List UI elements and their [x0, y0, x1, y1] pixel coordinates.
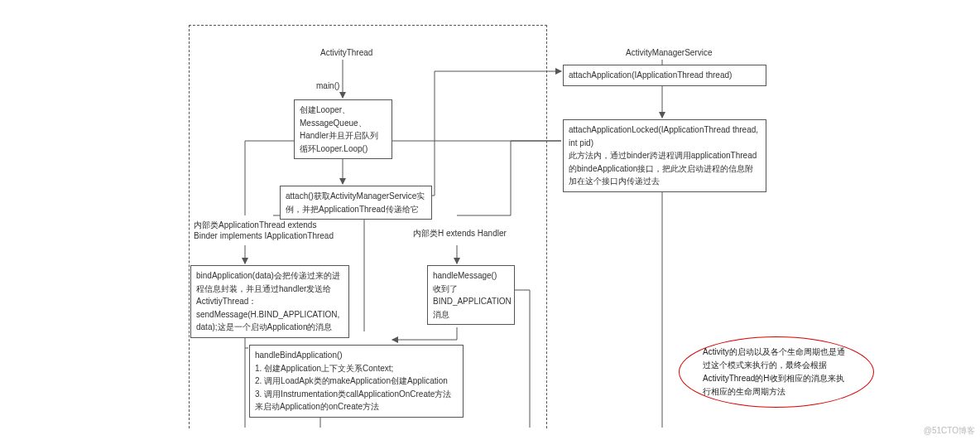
attach-application-locked-box: attachApplicationLocked(IApplicationThre… [563, 119, 766, 192]
ams-label: ActivityManagerService [624, 48, 713, 57]
bind-application-box: bindApplication(data)会把传递过来的进程信息封装，并且通过h… [190, 265, 349, 338]
main-label: main() [315, 81, 341, 90]
note-text: Activity的启动以及各个生命周期也是通过这个模式来执行的，最终会根据Act… [703, 346, 850, 399]
inner-app-thread-line1: 内部类ApplicationThread extends [194, 220, 316, 230]
inner-h-label: 内部类H extends Handler [411, 228, 508, 239]
inner-app-thread-label: 内部类ApplicationThread extends Binder impl… [192, 220, 335, 240]
handle-message-box: handleMessage() 收到了BIND_APPLICATION消息 [427, 265, 515, 325]
attach-application-box: attachApplication(IApplicationThread thr… [563, 65, 766, 86]
watermark: @51CTO博客 [924, 425, 975, 437]
activity-thread-label: ActivityThread [319, 48, 374, 57]
looper-box: 创建Looper、MessageQueue、Handler并且开启队列循环Loo… [294, 99, 392, 159]
handle-bind-application-box: handleBindApplication() 1. 创建Application… [249, 345, 464, 418]
attach-box: attach()获取ActivityManagerService实例，并把App… [280, 186, 432, 220]
inner-app-thread-line2: Binder implements IApplicationThread [194, 231, 334, 240]
note-ellipse: Activity的启动以及各个生命周期也是通过这个模式来执行的，最终会根据Act… [679, 336, 874, 408]
